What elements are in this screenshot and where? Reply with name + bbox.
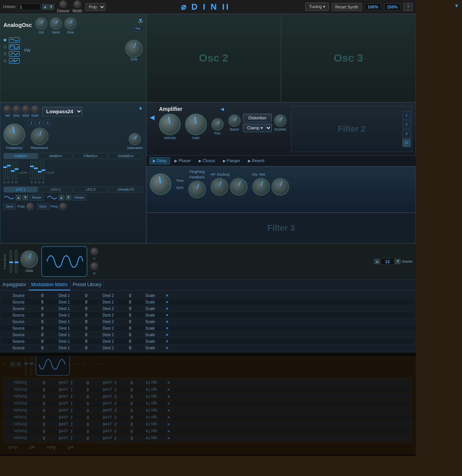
wave-sine[interactable] bbox=[9, 37, 20, 43]
wave-saw[interactable] bbox=[9, 58, 20, 64]
mod-dest1-8[interactable]: Dest 1 bbox=[51, 346, 78, 350]
reset-synth-btn[interactable]: Reset Synth bbox=[332, 3, 362, 11]
mod-source-6[interactable]: Source bbox=[3, 333, 34, 337]
mod-val1-5[interactable]: 0 bbox=[79, 326, 94, 330]
pan-knob[interactable] bbox=[211, 118, 224, 131]
lfo3-wave-down[interactable]: ▼ bbox=[66, 195, 71, 200]
x-knob[interactable] bbox=[90, 262, 98, 270]
mod-val1-6[interactable]: 0 bbox=[79, 333, 94, 337]
delay-dry-knob[interactable] bbox=[252, 178, 270, 196]
mod-val0-4[interactable]: 0 bbox=[35, 320, 50, 324]
lfo1-freq-knob[interactable] bbox=[26, 203, 34, 210]
help-btn[interactable]: ? bbox=[403, 3, 413, 11]
mod-val0-7[interactable]: 0 bbox=[35, 339, 50, 344]
mod-dest2-5[interactable]: Dest 2 bbox=[95, 326, 122, 330]
rst-btn[interactable]: Rst bbox=[133, 25, 143, 32]
amp-env-tab[interactable]: AmpEnv bbox=[3, 153, 38, 159]
filter-btn-1[interactable]: 1 bbox=[28, 120, 35, 126]
mod-val1-4[interactable]: 0 bbox=[79, 320, 94, 324]
unison-stepper[interactable]: ▲ ▼ bbox=[42, 4, 54, 10]
mod-env-tab[interactable]: ModEnv bbox=[38, 153, 73, 159]
lfo3-sync-btn[interactable]: Sync bbox=[37, 203, 49, 210]
kbd-knob[interactable] bbox=[22, 105, 30, 113]
filter-gain-knob[interactable] bbox=[31, 105, 39, 113]
master-up[interactable]: ▲ bbox=[374, 259, 380, 264]
wave-row-3[interactable] bbox=[3, 51, 20, 57]
mod-dest2-7[interactable]: Dest 2 bbox=[95, 339, 122, 344]
hp-knob[interactable] bbox=[211, 178, 228, 196]
mod-scale-1[interactable]: Scale bbox=[139, 300, 162, 304]
mod-source-2[interactable]: Source bbox=[3, 307, 34, 311]
mod-val1-0[interactable]: 0 bbox=[79, 293, 94, 298]
semi-knob[interactable] bbox=[50, 17, 62, 30]
env-r2-slider[interactable] bbox=[42, 161, 44, 180]
preset-library-tab[interactable]: Preset Library bbox=[70, 280, 104, 290]
env-a2-slider[interactable] bbox=[30, 161, 33, 180]
master-stepper[interactable]: ▲ 12 ▼ bbox=[374, 258, 400, 265]
wave-row-1[interactable] bbox=[3, 37, 20, 43]
mod-x-7[interactable]: × bbox=[162, 339, 172, 344]
lfo1-sync-btn[interactable]: Sync bbox=[3, 203, 16, 210]
mod-val2-0[interactable]: 0 bbox=[122, 293, 138, 298]
lfo3-freq-knob[interactable] bbox=[59, 203, 67, 210]
mod-scale-3[interactable]: Scale bbox=[139, 313, 162, 317]
mod-val2-6[interactable]: 0 bbox=[122, 333, 138, 337]
filter-side-btn-fl[interactable]: Fl bbox=[402, 139, 411, 147]
ducking-knob[interactable] bbox=[230, 178, 248, 196]
clamp-select[interactable]: Clamp ▾ bbox=[243, 124, 272, 132]
phaser-tab[interactable]: ▶ Phaser bbox=[171, 157, 194, 164]
mod-dest1-2[interactable]: Dest 1 bbox=[51, 307, 78, 311]
mod-dest2-0[interactable]: Dest 2 bbox=[95, 293, 122, 298]
reverb-tab[interactable]: ▶ Reverb bbox=[244, 157, 268, 164]
mod-dest2-8[interactable]: Dest 2 bbox=[95, 346, 122, 350]
filter-type-select[interactable]: Lowpass24 bbox=[42, 107, 82, 116]
mod-scale-6[interactable]: Scale bbox=[139, 333, 162, 337]
feedback-knob[interactable] bbox=[188, 181, 206, 198]
drywet-knob[interactable] bbox=[274, 114, 286, 127]
modwheel-slider[interactable] bbox=[15, 250, 17, 273]
wave-square[interactable] bbox=[9, 44, 20, 50]
lfo3-reset-btn[interactable]: Reset bbox=[73, 194, 87, 201]
filter-btn-3[interactable]: 3 bbox=[44, 120, 51, 126]
mod-val0-3[interactable]: 0 bbox=[35, 313, 50, 317]
env-d-slider[interactable] bbox=[7, 161, 10, 180]
width-knob[interactable] bbox=[74, 0, 81, 8]
y-knob[interactable] bbox=[90, 248, 98, 255]
env-s-slider[interactable] bbox=[11, 161, 13, 180]
amp-collapse[interactable]: ◀ bbox=[221, 107, 224, 112]
mod-val0-1[interactable]: 0 bbox=[35, 300, 50, 304]
zoom-100[interactable]: 100% bbox=[365, 3, 381, 10]
flanger-tab[interactable]: ▶ Flanger bbox=[219, 157, 244, 164]
distortion-btn[interactable]: Distortion bbox=[243, 114, 272, 122]
mod-dest2-3[interactable]: Dest 2 bbox=[95, 313, 122, 317]
wave-row-2[interactable] bbox=[3, 44, 20, 50]
mod-val2-2[interactable]: 0 bbox=[122, 307, 138, 311]
osc1-arrow[interactable]: ▼ bbox=[138, 17, 143, 23]
global-lfo-tab[interactable]: GlobalLFO bbox=[109, 186, 143, 193]
mod-source-8[interactable]: Source bbox=[3, 346, 34, 350]
chorus-tab[interactable]: ▶ Chorus bbox=[195, 157, 219, 164]
mod-val0-6[interactable]: 0 bbox=[35, 333, 50, 337]
tuning-btn[interactable]: Tuning ▾ bbox=[305, 3, 328, 11]
filter-side-btn-3[interactable]: 3 bbox=[402, 129, 411, 138]
mod-dest1-4[interactable]: Dest 1 bbox=[51, 320, 78, 324]
env-d2-slider[interactable] bbox=[34, 161, 37, 180]
vel-knob[interactable] bbox=[3, 105, 11, 113]
wave-tri[interactable] bbox=[9, 51, 20, 57]
env-s2-slider[interactable] bbox=[38, 161, 40, 180]
saturation-knob[interactable] bbox=[129, 133, 141, 145]
mod-x-3[interactable]: × bbox=[162, 313, 172, 317]
mod-val2-8[interactable]: 0 bbox=[122, 346, 138, 350]
delay-wet-knob[interactable] bbox=[271, 178, 289, 196]
zoom-150[interactable]: 150% bbox=[384, 3, 400, 10]
mod-dest2-6[interactable]: Dest 2 bbox=[95, 333, 122, 337]
wave-row-4[interactable] bbox=[3, 58, 20, 64]
amp-direction-arrow[interactable]: ◀ bbox=[150, 114, 154, 121]
mod-val1-3[interactable]: 0 bbox=[79, 313, 94, 317]
mod-val0-5[interactable]: 0 bbox=[35, 326, 50, 330]
mod-dest2-1[interactable]: Dest 2 bbox=[95, 300, 122, 304]
global-env-tab[interactable]: GlobalEnv bbox=[109, 153, 143, 159]
lfo1-wave-up[interactable]: ▲ bbox=[16, 195, 21, 200]
mod-scale-5[interactable]: Scale bbox=[139, 326, 162, 330]
mod-source-1[interactable]: Source bbox=[3, 300, 34, 304]
